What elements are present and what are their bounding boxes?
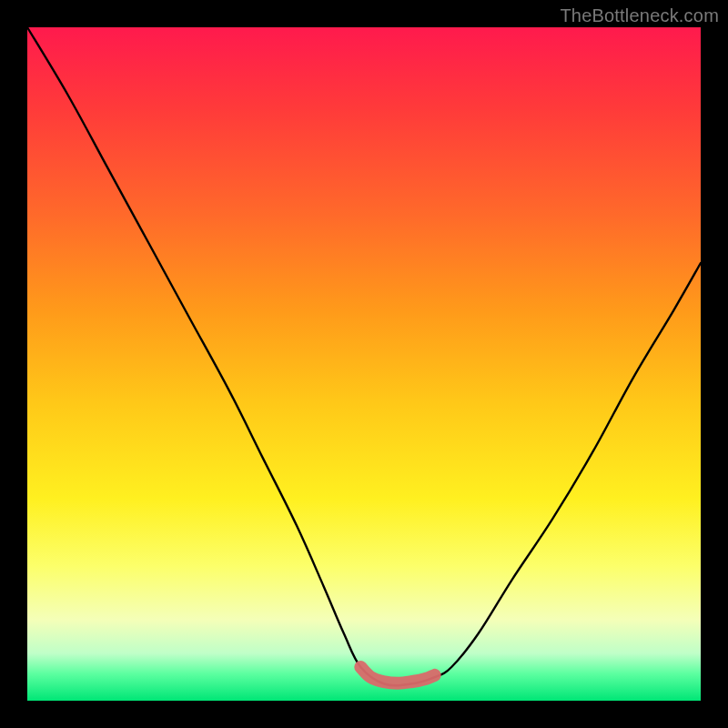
- bottleneck-curve: [27, 27, 701, 685]
- chart-stage: TheBottleneck.com: [0, 0, 728, 728]
- marker-band: [360, 667, 434, 683]
- attribution-label: TheBottleneck.com: [560, 5, 719, 26]
- plot-svg: [27, 27, 701, 701]
- plot-area: [27, 27, 701, 701]
